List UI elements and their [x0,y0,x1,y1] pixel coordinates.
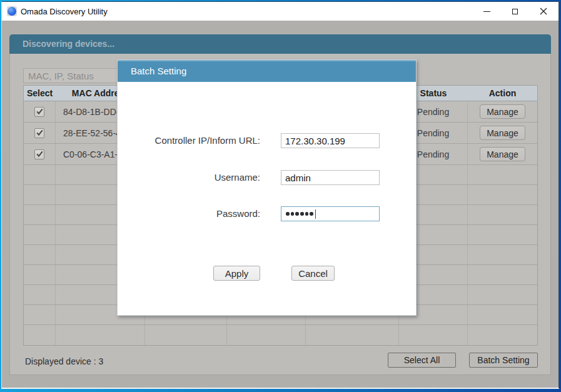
titlebar: Omada Discovery Utility [2,2,558,21]
password-dot [291,212,295,216]
password-dot [295,212,299,216]
password-dot [305,212,309,216]
column-header-action: Action [468,86,537,101]
cell-6: Manage [468,101,537,122]
row-checkbox[interactable] [34,128,44,138]
manage-button[interactable]: Manage [480,104,525,119]
minimize-icon [483,11,490,12]
window-title: Omada Discovery Utility [21,7,108,16]
cell-6: Manage [468,144,537,164]
row-checkbox[interactable] [34,107,44,117]
empty-cell [306,325,399,345]
empty-cell [24,185,56,204]
empty-cell [24,265,56,284]
empty-cell [145,325,227,345]
cell-6: Manage [468,123,537,143]
empty-cell [468,325,537,345]
empty-cell [24,325,56,345]
password-input[interactable] [281,206,380,221]
batch-setting-dialog: Batch Setting Controller IP/Inform URL: … [117,59,417,316]
minimize-button[interactable] [473,2,501,21]
cell-0 [24,144,56,164]
cell-0 [24,101,56,122]
discovery-status-bar: Discovering devices... [9,34,551,54]
maximize-icon [512,9,518,14]
displayed-device-count: Displayed device : 3 [25,356,103,366]
empty-cell [468,245,537,264]
empty-cell [24,205,56,224]
dialog-title: Batch Setting [118,60,416,82]
empty-cell [24,285,56,304]
batch-setting-button[interactable]: Batch Setting [469,353,538,368]
username-label: Username: [118,170,260,185]
empty-cell [468,185,537,204]
column-header-select: Select [24,86,56,101]
empty-cell [468,305,537,324]
password-dot [300,212,304,216]
empty-cell [468,285,537,304]
username-input[interactable] [281,170,380,185]
empty-row [24,325,537,345]
controller-url-input[interactable] [281,133,380,148]
empty-cell [468,165,537,184]
empty-cell [24,225,56,244]
empty-cell [468,225,537,244]
password-dot [286,212,290,216]
empty-cell [399,325,468,345]
password-dot [310,212,313,216]
empty-cell [468,265,537,284]
empty-cell [56,325,145,345]
empty-cell [24,245,56,264]
omada-sphere-icon [8,7,16,16]
select-all-button[interactable]: Select All [388,353,456,368]
close-button[interactable] [529,2,557,21]
empty-cell [227,325,306,345]
window-controls [473,2,557,21]
password-label: Password: [118,206,260,221]
cell-0 [24,123,56,143]
controller-url-label: Controller IP/Inform URL: [118,133,260,148]
empty-cell [468,205,537,224]
text-caret [315,209,316,219]
empty-cell [24,305,56,324]
maximize-button[interactable] [501,2,529,21]
manage-button[interactable]: Manage [480,126,525,140]
app-icon [7,6,17,16]
row-checkbox[interactable] [34,149,44,159]
close-icon [540,8,547,15]
apply-button[interactable]: Apply [213,266,260,281]
manage-button[interactable]: Manage [480,147,525,161]
cancel-button[interactable]: Cancel [291,266,335,281]
empty-cell [24,165,56,184]
